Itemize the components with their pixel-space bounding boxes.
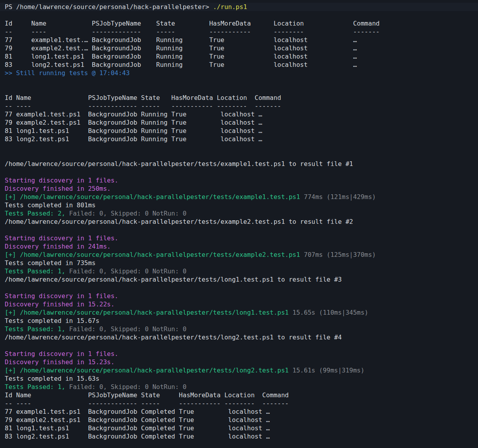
jobs-table-3-row: 81 long1.test.ps1 BackgroundJob Complete… bbox=[5, 424, 478, 432]
discovery-finish-line: Discovery finished in 15.22s. bbox=[5, 300, 478, 308]
blank-line bbox=[5, 441, 478, 448]
text-segment: 77 example1.test.… BackgroundJob Running… bbox=[5, 36, 357, 44]
text-segment: Tests completed in 15.67s bbox=[5, 317, 99, 324]
text-segment: Tests completed in 15.63s bbox=[5, 375, 99, 382]
jobs-table-3-header: Id Name PSJobTypeName State HasMoreData … bbox=[5, 391, 478, 399]
text-segment: /home/lawrence/source/personal/hack-para… bbox=[5, 334, 342, 341]
green-text-segment: Tests Passed: 2, bbox=[5, 210, 69, 217]
blank-line bbox=[5, 284, 478, 292]
blank-line bbox=[5, 168, 478, 176]
green-text-segment: [+] /home/lawrence/source/personal/hack-… bbox=[5, 309, 289, 316]
text-segment: 83 long2.test.ps1 BackgroundJob Running … bbox=[5, 61, 357, 68]
blank-line bbox=[5, 151, 478, 160]
text-segment: 83 long2.test.ps1 BackgroundJob Running … bbox=[5, 135, 262, 143]
tests-summary-line: Tests Passed: 1, Failed: 0, Skipped: 0 N… bbox=[5, 383, 478, 391]
test-pass-line: [+] /home/lawrence/source/personal/hack-… bbox=[5, 251, 478, 259]
text-segment: Id Name PSJobTypeName State HasMoreData … bbox=[5, 94, 281, 101]
jobs-table-3-row: 77 example1.test.ps1 BackgroundJob Compl… bbox=[5, 407, 478, 416]
green-text-segment: Tests Passed: 1, bbox=[5, 325, 69, 333]
text-segment: /home/lawrence/source/personal/hack-para… bbox=[5, 218, 353, 225]
magenta-text-segment: Starting discovery in 1 files. bbox=[5, 177, 118, 184]
text-segment: 81 long1.test.ps1 BackgroundJob Complete… bbox=[5, 424, 270, 432]
gray-text-segment: Failed: 0, Skipped: 0 NotRun: 0 bbox=[69, 267, 187, 275]
tests-summary-line: Tests Passed: 1, Failed: 0, Skipped: 0 N… bbox=[5, 325, 478, 333]
green-text-segment: Tests Passed: 1, bbox=[5, 383, 69, 391]
blank-line bbox=[5, 143, 478, 151]
text-segment: -- ---- ------------- ----- ----------- … bbox=[5, 102, 281, 110]
magenta-text-segment: Starting discovery in 1 files. bbox=[5, 350, 118, 358]
text-segment: 77 example1.test.ps1 BackgroundJob Compl… bbox=[5, 408, 270, 415]
test-pass-line: [+] /home/lawrence/source/personal/hack-… bbox=[5, 308, 478, 317]
jobs-table-3-divider: -- ---- ------------- ----- ----------- … bbox=[5, 399, 478, 407]
tests-completed-line: Tests completed in 801ms bbox=[5, 201, 478, 209]
jobs-table-1-divider: -- ---- ------------- ----- ----------- … bbox=[5, 28, 478, 36]
discovery-finish-line: Discovery finished in 241ms. bbox=[5, 242, 478, 251]
blank-line bbox=[5, 226, 478, 234]
magenta-text-segment: Discovery finished in 15.22s. bbox=[5, 301, 114, 308]
blank-line bbox=[5, 11, 478, 19]
text-segment: /home/lawrence/source/personal/hack-para… bbox=[5, 276, 342, 283]
discovery-finish-line: Discovery finished in 15.23s. bbox=[5, 358, 478, 366]
discovery-start-line: Starting discovery in 1 files. bbox=[5, 176, 478, 184]
discovery-start-line: Starting discovery in 1 files. bbox=[5, 234, 478, 242]
blank-line bbox=[5, 341, 478, 350]
jobs-table-2-row: 79 example2.test.ps1 BackgroundJob Runni… bbox=[5, 118, 478, 127]
discovery-finish-line: Discovery finished in 250ms. bbox=[5, 184, 478, 193]
tests-completed-line: Tests completed in 15.67s bbox=[5, 317, 478, 325]
jobs-table-1-header: Id Name PSJobTypeName State HasMoreData … bbox=[5, 19, 478, 28]
tests-summary-line: Tests Passed: 2, Failed: 0, Skipped: 0 N… bbox=[5, 209, 478, 218]
jobs-table-1-row: 83 long2.test.ps1 BackgroundJob Running … bbox=[5, 61, 478, 69]
jobs-table-2-row: 83 long2.test.ps1 BackgroundJob Running … bbox=[5, 135, 478, 143]
magenta-text-segment: Starting discovery in 1 files. bbox=[5, 292, 118, 300]
green-text-segment: [+] /home/lawrence/source/personal/hack-… bbox=[5, 251, 300, 258]
result-file-line: /home/lawrence/source/personal/hack-para… bbox=[5, 160, 478, 168]
terminal-screen[interactable]: PS /home/lawrence/source/personal/hack-p… bbox=[0, 0, 478, 448]
discovery-start-line: Starting discovery in 1 files. bbox=[5, 350, 478, 358]
green-text-segment: [+] /home/lawrence/source/personal/hack-… bbox=[5, 193, 300, 201]
text-segment: Tests completed in 801ms bbox=[5, 201, 96, 209]
yellow-text-segment: ./run.ps1 bbox=[213, 3, 247, 11]
gray-text-segment: 15.65s (110ms|345ms) bbox=[289, 309, 368, 316]
discovery-start-line: Starting discovery in 1 files. bbox=[5, 292, 478, 300]
text-segment: /home/lawrence/source/personal/hack-para… bbox=[5, 160, 353, 168]
prompt-line: PS /home/lawrence/source/personal/hack-p… bbox=[0, 3, 478, 11]
gray-text-segment: 15.61s (99ms|319ms) bbox=[289, 367, 364, 374]
text-segment: 79 example2.test.… BackgroundJob Running… bbox=[5, 44, 357, 52]
text-segment: Id Name PSJobTypeName State HasMoreData … bbox=[5, 391, 289, 399]
jobs-table-1-row: 81 long1.test.ps1 BackgroundJob Running … bbox=[5, 52, 478, 61]
tests-summary-line: Tests Passed: 1, Failed: 0, Skipped: 0 N… bbox=[5, 267, 478, 275]
text-segment: Tests completed in 735ms bbox=[5, 259, 96, 267]
jobs-table-3-row: 79 example2.test.ps1 BackgroundJob Compl… bbox=[5, 416, 478, 424]
jobs-table-2-row: 81 long1.test.ps1 BackgroundJob Running … bbox=[5, 127, 478, 135]
gray-text-segment: Failed: 0, Skipped: 0 NotRun: 0 bbox=[69, 383, 187, 391]
gray-text-segment: 707ms (125ms|370ms) bbox=[300, 251, 376, 258]
tests-completed-line: Tests completed in 735ms bbox=[5, 259, 478, 267]
text-segment: 79 example2.test.ps1 BackgroundJob Runni… bbox=[5, 119, 262, 126]
text-segment: 83 long2.test.ps1 BackgroundJob Complete… bbox=[5, 433, 270, 440]
status-line: >> Still running tests @ 17:04:43 bbox=[5, 69, 478, 77]
gray-text-segment: Failed: 0, Skipped: 0 NotRun: 0 bbox=[69, 325, 187, 333]
green-text-segment: [+] /home/lawrence/source/personal/hack-… bbox=[5, 367, 289, 374]
test-pass-line: [+] /home/lawrence/source/personal/hack-… bbox=[5, 366, 478, 374]
jobs-table-1-row: 79 example2.test.… BackgroundJob Running… bbox=[5, 44, 478, 52]
magenta-text-segment: Discovery finished in 15.23s. bbox=[5, 358, 114, 366]
magenta-text-segment: Starting discovery in 1 files. bbox=[5, 234, 118, 242]
gray-text-segment: Failed: 0, Skipped: 0 NotRun: 0 bbox=[69, 210, 187, 217]
jobs-table-1-row: 77 example1.test.… BackgroundJob Running… bbox=[5, 36, 478, 44]
jobs-table-2-row: 77 example1.test.ps1 BackgroundJob Runni… bbox=[5, 110, 478, 118]
test-pass-line: [+] /home/lawrence/source/personal/hack-… bbox=[5, 193, 478, 201]
text-segment: 77 example1.test.ps1 BackgroundJob Runni… bbox=[5, 111, 262, 118]
result-file-line: /home/lawrence/source/personal/hack-para… bbox=[5, 333, 478, 341]
text-segment: PS /home/lawrence/source/personal/hack-p… bbox=[5, 3, 213, 11]
text-segment: -- ---- ------------- ----- ----------- … bbox=[5, 28, 380, 35]
blue-text-segment: >> Still running tests @ 17:04:43 bbox=[5, 69, 130, 77]
text-segment: -- ---- ------------- ----- ----------- … bbox=[5, 400, 289, 407]
text-segment: Id Name PSJobTypeName State HasMoreData … bbox=[5, 20, 380, 27]
text-segment: 81 long1.test.ps1 BackgroundJob Running … bbox=[5, 127, 262, 135]
gray-text-segment: 774ms (121ms|429ms) bbox=[300, 193, 376, 201]
result-file-line: /home/lawrence/source/personal/hack-para… bbox=[5, 218, 478, 226]
result-file-line: /home/lawrence/source/personal/hack-para… bbox=[5, 275, 478, 284]
blank-line bbox=[5, 85, 478, 94]
text-segment: 79 example2.test.ps1 BackgroundJob Compl… bbox=[5, 416, 270, 424]
magenta-text-segment: Discovery finished in 241ms. bbox=[5, 243, 111, 250]
